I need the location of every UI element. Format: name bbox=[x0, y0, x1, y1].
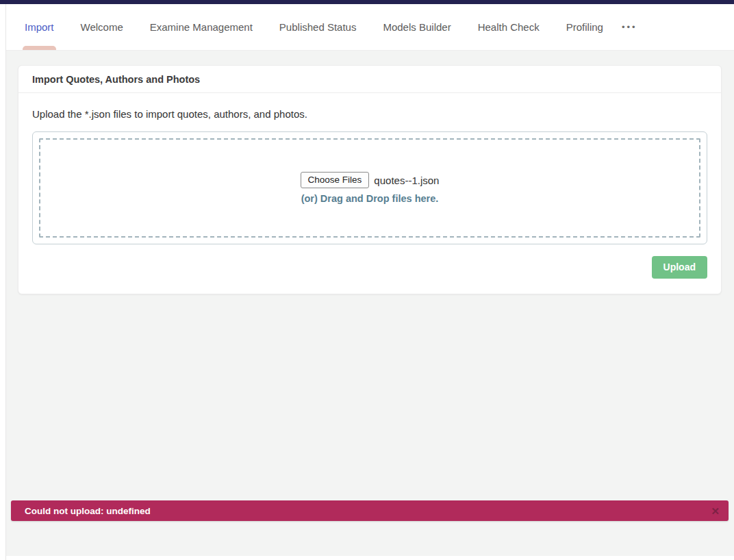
tab-import[interactable]: Import bbox=[25, 4, 54, 50]
card-body: Upload the *.json files to import quotes… bbox=[18, 93, 721, 244]
file-input-row: Choose Files quotes--1.json bbox=[301, 172, 440, 188]
active-tab-indicator bbox=[23, 46, 56, 50]
tab-welcome-label: Welcome bbox=[81, 21, 123, 33]
tab-import-label: Import bbox=[25, 21, 54, 33]
import-card: Import Quotes, Authors and Photos Upload… bbox=[18, 65, 722, 294]
card-title: Import Quotes, Authors and Photos bbox=[18, 66, 721, 93]
tab-health-check[interactable]: Health Check bbox=[478, 4, 540, 50]
file-dropzone-dashed-area: Choose Files quotes--1.json (or) Drag an… bbox=[39, 138, 700, 238]
upload-instructions: Upload the *.json files to import quotes… bbox=[32, 108, 707, 120]
tab-published-status[interactable]: Published Status bbox=[279, 4, 357, 50]
tab-health-check-label: Health Check bbox=[478, 21, 540, 33]
toast-close-icon[interactable]: ✕ bbox=[711, 506, 720, 516]
upload-button[interactable]: Upload bbox=[652, 256, 707, 279]
more-tabs-ellipsis-icon[interactable]: ••• bbox=[622, 4, 637, 50]
tab-profiling[interactable]: Profiling bbox=[566, 4, 603, 50]
error-toast: Could not upload: undefined ✕ bbox=[11, 500, 729, 521]
tab-bar: Import Welcome Examine Management Publis… bbox=[6, 4, 734, 51]
page-content: Import Quotes, Authors and Photos Upload… bbox=[6, 51, 734, 556]
tab-examine-management[interactable]: Examine Management bbox=[150, 4, 253, 50]
app-window: Import Welcome Examine Management Publis… bbox=[0, 0, 734, 560]
tab-examine-management-label: Examine Management bbox=[150, 21, 253, 33]
tab-profiling-label: Profiling bbox=[566, 21, 603, 33]
error-toast-message: Could not upload: undefined bbox=[25, 506, 151, 516]
file-dropzone[interactable]: Choose Files quotes--1.json (or) Drag an… bbox=[32, 131, 707, 244]
tab-welcome[interactable]: Welcome bbox=[81, 4, 123, 50]
tab-models-builder[interactable]: Models Builder bbox=[383, 4, 451, 50]
tab-published-status-label: Published Status bbox=[279, 21, 357, 33]
tab-models-builder-label: Models Builder bbox=[383, 21, 451, 33]
choose-files-button[interactable]: Choose Files bbox=[301, 172, 370, 188]
selected-file-name: quotes--1.json bbox=[374, 175, 439, 186]
drag-drop-hint: (or) Drag and Drop files here. bbox=[301, 193, 439, 204]
